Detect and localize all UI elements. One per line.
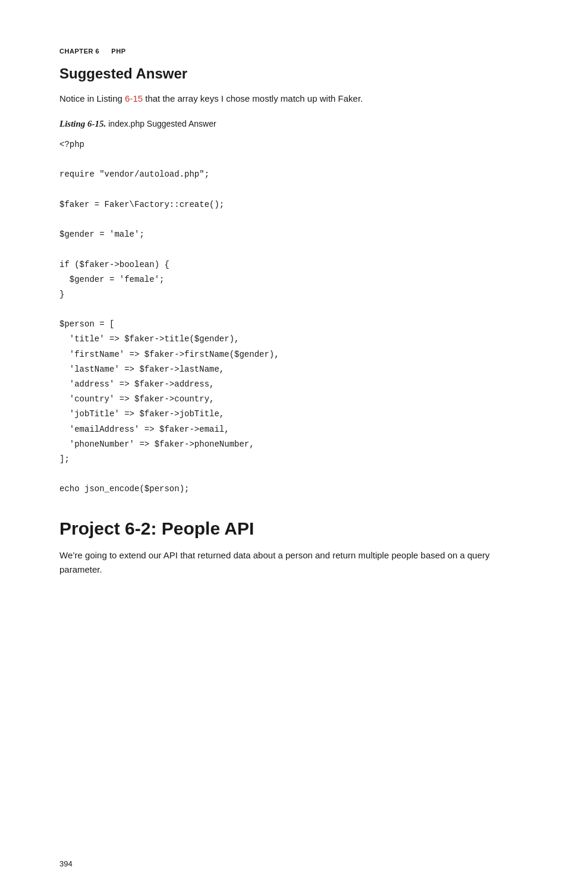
intro-paragraph: Notice in Listing 6-15 that the array ke… (59, 92, 529, 106)
project-description: We’re going to extend our API that retur… (59, 548, 529, 577)
listing-label-italic: Listing 6-15. (59, 119, 106, 128)
chapter-topic: PHP (111, 48, 125, 55)
listing-link[interactable]: 6-15 (125, 93, 143, 103)
chapter-label: CHAPTER 6 (59, 48, 99, 55)
project-title: Project 6-2: People API (59, 519, 529, 539)
listing-label: Listing 6-15. index.php Suggested Answer (59, 119, 529, 129)
page-number: 394 (59, 859, 73, 868)
code-block: <?php require "vendor/autoload.php"; $fa… (59, 137, 529, 497)
intro-text-after: that the array keys I chose mostly match… (143, 93, 363, 103)
section-title: Suggested Answer (59, 65, 529, 82)
intro-text-before: Notice in Listing (59, 93, 125, 103)
listing-label-rest: index.php Suggested Answer (106, 119, 216, 128)
chapter-header: CHAPTER 6 PHP (59, 48, 529, 55)
